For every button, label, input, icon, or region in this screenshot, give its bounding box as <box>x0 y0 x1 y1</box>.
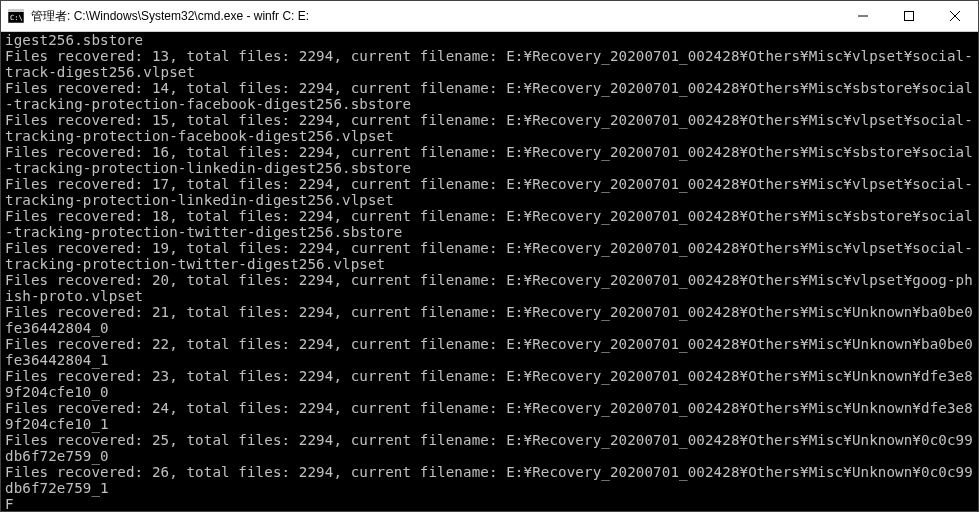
window-controls <box>840 1 978 31</box>
close-button[interactable] <box>932 1 978 31</box>
window-title: 管理者: C:\Windows\System32\cmd.exe - winfr… <box>31 8 840 25</box>
maximize-button[interactable] <box>886 1 932 31</box>
terminal-output[interactable]: igest256.sbstore Files recovered: 13, to… <box>1 32 978 511</box>
svg-rect-4 <box>905 12 914 21</box>
cmd-window: C:\ 管理者: C:\Windows\System32\cmd.exe - w… <box>0 0 979 512</box>
minimize-button[interactable] <box>840 1 886 31</box>
svg-text:C:\: C:\ <box>10 14 23 22</box>
svg-rect-1 <box>8 9 24 12</box>
cmd-icon: C:\ <box>7 7 25 25</box>
titlebar[interactable]: C:\ 管理者: C:\Windows\System32\cmd.exe - w… <box>1 1 978 32</box>
